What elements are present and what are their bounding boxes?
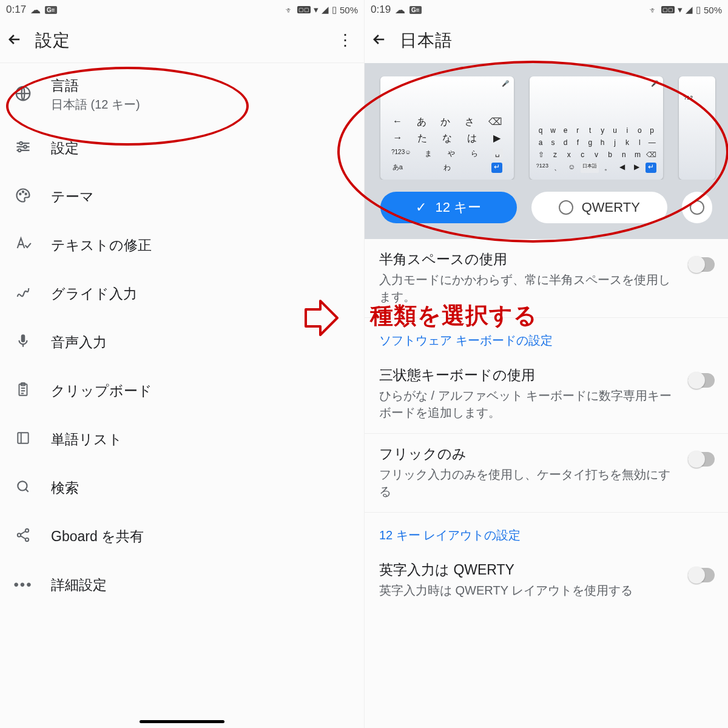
gesture-icon xyxy=(15,284,32,303)
sliders-icon xyxy=(15,138,32,158)
wifi-icon: ▾ xyxy=(678,4,682,15)
setting-dictionary[interactable]: 単語リスト xyxy=(0,415,364,463)
radio-icon xyxy=(559,200,573,215)
layout-preview-12key[interactable]: 🎤 ←あかさ⌫ →たなは▶ ?123☺まやら␣ あaわ↵ xyxy=(380,76,514,180)
setting-title: 英字入力は QWERTY xyxy=(379,561,681,579)
setting-item-label: テーマ xyxy=(51,187,352,206)
battery-percent: 50% xyxy=(704,5,722,15)
share-icon xyxy=(15,527,31,545)
setting-preferences[interactable]: 設定 xyxy=(0,124,364,172)
chip-label: 12 キー xyxy=(435,198,481,217)
toggle-switch[interactable] xyxy=(688,373,715,388)
setting-search[interactable]: 検索 xyxy=(0,463,364,512)
back-icon[interactable] xyxy=(6,31,23,50)
setting-title: 半角スペースの使用 xyxy=(379,250,681,269)
setting-subtitle: フリック入力のみを使用し、ケータイ打ちを無効にする xyxy=(379,466,681,500)
svg-point-2 xyxy=(24,146,27,149)
palette-icon xyxy=(15,187,32,206)
svg-rect-9 xyxy=(18,433,28,443)
toggle-switch[interactable] xyxy=(688,452,715,467)
check-icon: ✓ xyxy=(416,200,426,215)
search-icon xyxy=(15,479,31,497)
hotspot-icon: ᯤ xyxy=(285,5,294,15)
setting-clipboard[interactable]: クリップボード xyxy=(0,366,364,415)
signal-icon: ◢ xyxy=(686,4,693,15)
vr-icon: ▢▢ xyxy=(661,6,675,13)
setting-flick-only[interactable]: フリックのみ フリック入力のみを使用し、ケータイ打ちを無効にする xyxy=(365,434,728,513)
screenshot-left: 0:17 ☁ G≡ ᯤ ▢▢ ▾ ◢ ▯ 50% 設定 ⋮ 言語 日本語 (12… xyxy=(0,0,364,728)
svg-point-6 xyxy=(25,194,27,195)
back-icon[interactable] xyxy=(371,31,388,50)
cloud-icon: ☁ xyxy=(30,4,41,16)
dots-icon: ••• xyxy=(13,576,32,593)
radio-icon xyxy=(690,200,704,215)
mic-icon: 🎤 xyxy=(502,80,509,87)
svg-point-1 xyxy=(19,142,22,145)
layout-chip-next[interactable] xyxy=(682,192,712,223)
setting-advanced[interactable]: ••• 詳細設定 xyxy=(0,561,364,609)
detail-settings-list: 半角スペースの使用 入力モードにかかわらず、常に半角スペースを使用します。 ソフ… xyxy=(365,239,728,611)
layout-preview-qwerty[interactable]: 🎤 qwertyuiop asdfghjkl— ⇧zxcvbnm⌫ ?123、☺… xyxy=(530,76,663,180)
setting-item-label: 検索 xyxy=(51,479,352,497)
battery-icon: ▯ xyxy=(696,4,701,15)
text-correct-icon xyxy=(15,235,32,255)
status-time: 0:17 xyxy=(6,4,26,16)
signal-icon: ◢ xyxy=(322,4,329,15)
setting-item-label: Gboard を共有 xyxy=(51,527,352,546)
news-icon: G≡ xyxy=(410,6,422,14)
setting-item-sub: 日本語 (12 キー) xyxy=(51,96,352,113)
battery-percent: 50% xyxy=(340,5,358,15)
setting-share[interactable]: Gboard を共有 xyxy=(0,512,364,561)
layout-chip-12key[interactable]: ✓ 12 キー xyxy=(380,192,517,223)
chip-label: QWERTY xyxy=(582,200,640,215)
clipboard-icon xyxy=(15,382,31,400)
wifi-icon: ▾ xyxy=(314,4,318,15)
toggle-switch[interactable] xyxy=(688,257,715,272)
app-bar: 設定 ⋮ xyxy=(0,18,364,63)
setting-item-label: 言語 xyxy=(51,76,352,95)
setting-subtitle: 英字入力時は QWERTY レイアウトを使用する xyxy=(379,582,681,599)
keyboard-layout-carousel: 🎤 ←あかさ⌫ →たなは▶ ?123☺まやら␣ あaわ↵ 🎤 qwertyuio… xyxy=(365,63,728,239)
setting-qwerty-alphabet[interactable]: 英字入力は QWERTY 英字入力時は QWERTY レイアウトを使用する xyxy=(365,550,728,611)
book-icon xyxy=(15,430,31,448)
screenshot-right: 0:19 ☁ G≡ ᯤ ▢▢ ▾ ◢ ▯ 50% 日本語 🎤 ←あかさ⌫ →たな… xyxy=(364,0,728,728)
setting-item-label: クリップボード xyxy=(51,382,352,400)
hotspot-icon: ᯤ xyxy=(649,5,658,15)
mic-icon: 🎤 xyxy=(651,80,658,87)
vr-icon: ▢▢ xyxy=(297,6,311,13)
globe-icon xyxy=(14,84,32,105)
status-bar: 0:19 ☁ G≡ ᯤ ▢▢ ▾ ◢ ▯ 50% xyxy=(365,0,728,18)
layout-chip-qwerty[interactable]: QWERTY xyxy=(531,192,668,223)
status-bar: 0:17 ☁ G≡ ᯤ ▢▢ ▾ ◢ ▯ 50% xyxy=(0,0,364,18)
setting-item-label: テキストの修正 xyxy=(51,236,352,255)
annotation-arrow xyxy=(303,298,340,340)
setting-item-label: 詳細設定 xyxy=(51,576,352,595)
setting-theme[interactable]: テーマ xyxy=(0,172,364,221)
cloud-icon: ☁ xyxy=(395,4,405,16)
status-time: 0:19 xyxy=(371,4,391,16)
toggle-switch[interactable] xyxy=(688,568,715,582)
svg-point-4 xyxy=(19,194,21,195)
setting-item-label: 単語リスト xyxy=(51,430,352,449)
setting-title: フリックのみ xyxy=(379,445,681,463)
page-title: 設定 xyxy=(35,29,70,52)
setting-item-label: 設定 xyxy=(51,139,352,158)
section-header-12key: 12 キー レイアウトの設定 xyxy=(365,513,728,550)
overflow-menu-icon[interactable]: ⋮ xyxy=(337,31,358,50)
battery-icon: ▯ xyxy=(332,4,337,15)
page-title: 日本語 xyxy=(400,29,453,52)
svg-point-10 xyxy=(18,481,27,490)
app-bar: 日本語 xyxy=(365,18,728,63)
setting-title: 三状態キーボードの使用 xyxy=(379,366,681,385)
svg-point-5 xyxy=(22,191,24,192)
setting-text-correction[interactable]: テキストの修正 xyxy=(0,221,364,269)
setting-subtitle: ひらがな / アルファベット キーボードに数字専用キーボードを追加します。 xyxy=(379,387,681,421)
news-icon: G≡ xyxy=(45,6,57,14)
layout-preview-next[interactable]: ?12 xyxy=(679,76,715,180)
annotation-text: 種類を選択する xyxy=(370,300,538,331)
svg-point-3 xyxy=(18,149,21,152)
home-indicator[interactable] xyxy=(140,720,224,723)
setting-language[interactable]: 言語 日本語 (12 キー) xyxy=(0,66,364,124)
mic-icon xyxy=(15,333,31,351)
setting-tristate-keyboard[interactable]: 三状態キーボードの使用 ひらがな / アルファベット キーボードに数字専用キーボ… xyxy=(365,355,728,434)
